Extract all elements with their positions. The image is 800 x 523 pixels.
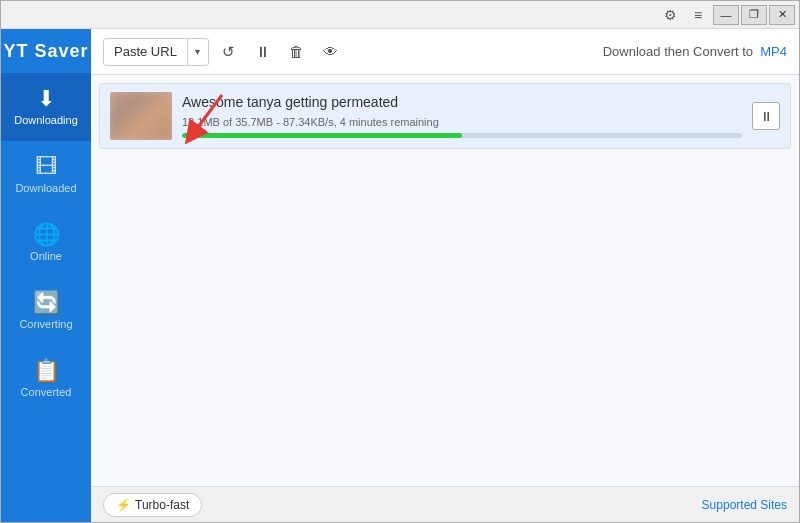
- item-pause-button[interactable]: ⏸: [752, 102, 780, 130]
- sidebar: YT Saver ⬇ Downloading 🎞 Downloaded 🌐 On…: [1, 29, 91, 522]
- turbo-button[interactable]: ⚡ Turbo-fast: [103, 493, 202, 517]
- sidebar-item-online[interactable]: 🌐 Online: [1, 209, 91, 277]
- convert-label: Download then Convert to: [603, 44, 753, 59]
- converted-icon: 📋: [33, 360, 60, 382]
- lightning-icon: ⚡: [116, 498, 131, 512]
- download-info: Awesome tanya getting permeated 18.1MB o…: [182, 94, 742, 138]
- close-button[interactable]: ✕: [769, 5, 795, 25]
- pause-all-button[interactable]: ⏸: [249, 38, 277, 66]
- sidebar-label-downloaded: Downloaded: [15, 182, 76, 194]
- download-thumbnail: [110, 92, 172, 140]
- title-bar: ⚙ ≡ — ❐ ✕: [1, 1, 799, 29]
- download-title: Awesome tanya getting permeated: [182, 94, 742, 110]
- paste-url-label: Paste URL: [104, 39, 188, 65]
- restore-button[interactable]: ❐: [741, 5, 767, 25]
- sidebar-label-converted: Converted: [21, 386, 72, 398]
- window-controls: — ❐ ✕: [713, 5, 795, 25]
- main-layout: YT Saver ⬇ Downloading 🎞 Downloaded 🌐 On…: [1, 29, 799, 522]
- download-status: 18.1MB of 35.7MB - 87.34KB/s, 4 minutes …: [182, 116, 742, 128]
- sidebar-label-converting: Converting: [19, 318, 72, 330]
- footer: ⚡ Turbo-fast Supported Sites: [91, 486, 799, 522]
- turbo-label: Turbo-fast: [135, 498, 189, 512]
- download-icon: ⬇: [37, 88, 55, 110]
- film-icon: 🎞: [35, 156, 57, 178]
- sidebar-label-downloading: Downloading: [14, 114, 78, 126]
- globe-icon: 🌐: [33, 224, 60, 246]
- menu-icon[interactable]: ≡: [687, 5, 709, 25]
- refresh-button[interactable]: ↺: [215, 38, 243, 66]
- download-item: Awesome tanya getting permeated 18.1MB o…: [99, 83, 791, 149]
- sidebar-item-downloaded[interactable]: 🎞 Downloaded: [1, 141, 91, 209]
- minimize-button[interactable]: —: [713, 5, 739, 25]
- app-logo: YT Saver: [1, 29, 91, 73]
- delete-button[interactable]: 🗑: [283, 38, 311, 66]
- supported-sites-link[interactable]: Supported Sites: [702, 498, 787, 512]
- app-logo-text: YT Saver: [3, 41, 88, 62]
- app-window: ⚙ ≡ — ❐ ✕ YT Saver ⬇ Downloading 🎞 Downl…: [0, 0, 800, 523]
- content-wrapper: Paste URL ▾ ↺ ⏸ 🗑 👁 Download then Conver…: [91, 29, 799, 522]
- convert-format-link[interactable]: MP4: [760, 44, 787, 59]
- sidebar-item-downloading[interactable]: ⬇ Downloading: [1, 73, 91, 141]
- paste-url-button[interactable]: Paste URL ▾: [103, 38, 209, 66]
- toolbar: Paste URL ▾ ↺ ⏸ 🗑 👁 Download then Conver…: [91, 29, 799, 75]
- paste-url-dropdown-icon: ▾: [188, 39, 208, 65]
- progress-bar-fill: [182, 133, 462, 138]
- convert-bar: Download then Convert to MP4: [603, 44, 787, 59]
- progress-bar-background: [182, 133, 742, 138]
- sidebar-item-converting[interactable]: 🔄 Converting: [1, 277, 91, 345]
- thumbnail-image: [110, 92, 172, 140]
- eye-button[interactable]: 👁: [317, 38, 345, 66]
- sidebar-item-converted[interactable]: 📋 Converted: [1, 345, 91, 413]
- content-area: Paste URL ▾ ↺ ⏸ 🗑 👁 Download then Conver…: [91, 29, 799, 522]
- download-list: Awesome tanya getting permeated 18.1MB o…: [91, 75, 799, 486]
- convert-icon: 🔄: [33, 292, 60, 314]
- sidebar-label-online: Online: [30, 250, 62, 262]
- gear-icon[interactable]: ⚙: [659, 5, 681, 25]
